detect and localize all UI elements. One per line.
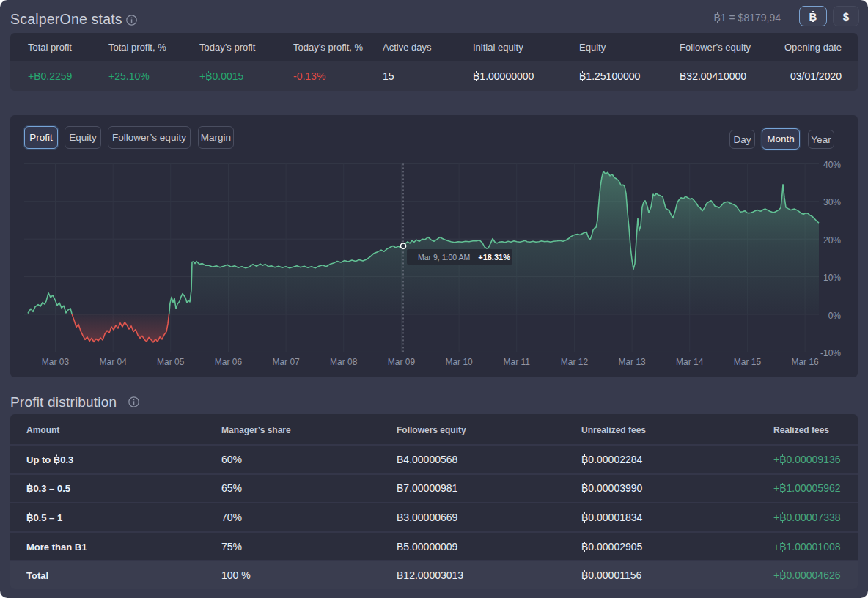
svg-text:Mar 13: Mar 13 bbox=[618, 357, 646, 367]
svg-text:Mar 03: Mar 03 bbox=[42, 357, 70, 367]
svg-text:10%: 10% bbox=[823, 273, 841, 283]
svg-text:Mar 09: Mar 09 bbox=[388, 357, 416, 367]
svg-text:Mar 14: Mar 14 bbox=[676, 357, 704, 367]
svg-text:-10%: -10% bbox=[820, 348, 841, 358]
svg-text:Mar 11: Mar 11 bbox=[504, 357, 531, 367]
svg-text:40%: 40% bbox=[823, 160, 841, 170]
svg-text:20%: 20% bbox=[823, 235, 841, 246]
svg-text:0%: 0% bbox=[828, 311, 842, 321]
svg-text:Mar 05: Mar 05 bbox=[157, 357, 185, 367]
svg-text:Mar 04: Mar 04 bbox=[100, 357, 128, 367]
svg-text:Mar 07: Mar 07 bbox=[272, 357, 300, 367]
svg-text:Mar 06: Mar 06 bbox=[215, 357, 243, 367]
svg-text:Mar 16: Mar 16 bbox=[791, 357, 819, 367]
svg-text:Mar 12: Mar 12 bbox=[561, 357, 589, 367]
svg-text:Mar 08: Mar 08 bbox=[330, 357, 358, 367]
svg-text:30%: 30% bbox=[823, 197, 841, 207]
svg-text:Mar 15: Mar 15 bbox=[734, 357, 762, 367]
svg-text:Mar 10: Mar 10 bbox=[445, 357, 473, 367]
